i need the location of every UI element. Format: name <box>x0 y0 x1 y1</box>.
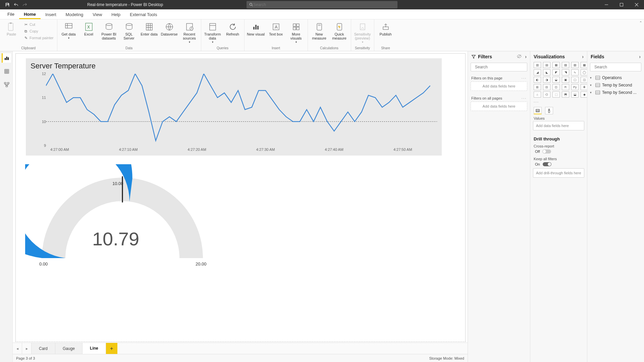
filters-page-dropzone[interactable]: Add data fields here <box>471 81 527 91</box>
viz-type-button[interactable]: ▨ <box>571 62 579 68</box>
viz-type-button[interactable]: ⬚ <box>552 92 560 98</box>
global-search[interactable] <box>247 1 397 8</box>
viz-type-button[interactable]: Py <box>571 84 579 90</box>
page-nav-next[interactable]: ▸ <box>22 343 32 354</box>
more-visuals-button[interactable]: More visuals▾ <box>287 21 306 44</box>
new-visual-button[interactable]: New visual <box>247 21 265 36</box>
menu-external-tools[interactable]: External Tools <box>125 10 162 18</box>
copy-button[interactable]: ⧉Copy <box>22 28 55 34</box>
line-chart-visual[interactable]: Server Temperature 9101112 4:27:00 AM4:2… <box>26 58 442 156</box>
ribbon-group-queries: Transform data▾ Refresh Queries <box>201 19 245 51</box>
filters-collapse-icon[interactable]: › <box>525 54 527 59</box>
viz-type-button[interactable]: ◑ <box>543 77 550 83</box>
viz-type-button[interactable]: ⌂ <box>534 92 541 98</box>
viz-type-button[interactable]: ▣ <box>562 77 569 83</box>
get-data-button[interactable]: Get data▾ <box>59 21 78 40</box>
page-tab-gauge[interactable]: Gauge <box>55 343 83 354</box>
window-maximize-button[interactable] <box>614 0 629 9</box>
menu-insert[interactable]: Insert <box>41 10 61 18</box>
menu-file[interactable]: File <box>3 10 19 19</box>
viz-type-button[interactable]: ◣ <box>543 69 550 75</box>
viz-more-icon[interactable]: ··· <box>530 100 587 106</box>
viz-type-button[interactable]: ▢ <box>571 77 579 83</box>
fields-title: Fields <box>591 54 604 59</box>
viz-type-button[interactable]: ⌬ <box>543 92 550 98</box>
viz-type-button[interactable]: ⊟ <box>543 84 550 90</box>
viz-type-button[interactable]: R <box>562 84 569 90</box>
keep-all-toggle[interactable] <box>543 162 551 166</box>
viz-tab-format[interactable] <box>545 107 553 114</box>
field-table[interactable]: ▾Temp by Second ... <box>587 89 644 96</box>
cross-report-toggle[interactable] <box>542 149 551 154</box>
new-measure-icon <box>314 21 325 32</box>
quick-measure-button[interactable]: Quick measure <box>330 21 349 40</box>
viz-type-button[interactable]: ▦ <box>552 62 560 68</box>
viz-tab-fields[interactable] <box>534 107 542 114</box>
gauge-visual[interactable]: 10.79 0.00 20.00 10.00 <box>25 164 206 278</box>
save-icon[interactable] <box>5 2 10 7</box>
page-nav-prev[interactable]: ◂ <box>13 343 22 354</box>
viz-type-button[interactable]: ◢ <box>534 69 541 75</box>
menu-modeling[interactable]: Modeling <box>61 10 88 18</box>
field-table[interactable]: ▾Temp by Second <box>587 81 644 89</box>
undo-icon[interactable] <box>13 2 19 7</box>
viz-type-button[interactable]: ⊞ <box>534 84 541 90</box>
global-search-input[interactable] <box>253 2 395 7</box>
excel-button[interactable]: XExcel <box>79 21 98 36</box>
ribbon-collapse-caret-icon[interactable]: ⌃ <box>639 21 642 24</box>
svg-rect-32 <box>5 58 6 60</box>
report-canvas[interactable]: Server Temperature 9101112 4:27:00 AM4:2… <box>15 53 466 342</box>
viz-type-button[interactable]: ▧ <box>562 62 569 68</box>
viz-type-button[interactable]: ◒ <box>552 77 560 83</box>
more-icon[interactable]: ··· <box>519 96 527 100</box>
page-tab-card[interactable]: Card <box>32 343 55 354</box>
refresh-button[interactable]: Refresh <box>223 21 242 36</box>
enter-data-button[interactable]: Enter data <box>140 21 159 36</box>
paste-button[interactable]: Paste <box>2 21 21 36</box>
data-view-button[interactable] <box>2 67 11 76</box>
recent-sources-button[interactable]: Recent sources▾ <box>180 21 199 44</box>
viz-values-dropzone[interactable]: Add data fields here <box>533 121 584 130</box>
viz-type-button[interactable]: ▥ <box>534 62 541 68</box>
menu-home[interactable]: Home <box>19 10 41 19</box>
fields-search-input[interactable] <box>594 65 644 69</box>
filters-search[interactable] <box>471 63 527 71</box>
viz-collapse-icon[interactable]: › <box>582 54 584 59</box>
format-painter-button[interactable]: ✎Format painter <box>22 35 55 41</box>
window-minimize-button[interactable] <box>599 0 614 9</box>
viz-type-button[interactable]: ◐ <box>534 77 541 83</box>
viz-type-button[interactable]: ◥ <box>562 69 569 75</box>
viz-type-button[interactable]: ⊡ <box>552 84 560 90</box>
fields-search[interactable] <box>590 63 641 71</box>
add-page-button[interactable]: + <box>106 343 117 354</box>
viz-type-button[interactable]: ∿ <box>571 69 579 75</box>
viz-type-button[interactable]: ⬓ <box>571 92 579 98</box>
filters-show-hide-icon[interactable] <box>517 54 522 59</box>
publish-button[interactable]: Publish <box>376 21 395 36</box>
report-view-button[interactable] <box>2 53 11 63</box>
model-view-button[interactable] <box>2 80 11 89</box>
viz-type-button[interactable]: ▤ <box>543 62 550 68</box>
filters-search-input[interactable] <box>475 65 525 69</box>
field-table[interactable]: ▾Operations <box>587 74 644 81</box>
viz-type-button[interactable]: ◤ <box>552 69 560 75</box>
menu-help[interactable]: Help <box>107 10 125 18</box>
pbi-datasets-button[interactable]: Power BI datasets <box>100 21 118 40</box>
page-tab-line[interactable]: Line <box>83 343 106 354</box>
redo-icon[interactable] <box>22 2 28 7</box>
dataverse-button[interactable]: Dataverse <box>160 21 179 36</box>
drill-through-dropzone[interactable]: Add drill-through fields here <box>533 168 584 178</box>
window-close-button[interactable] <box>629 0 644 9</box>
fields-collapse-icon[interactable]: › <box>639 54 641 59</box>
more-icon[interactable]: ··· <box>519 76 527 80</box>
transform-data-button[interactable]: Transform data▾ <box>203 21 222 44</box>
sql-server-button[interactable]: SQL Server <box>120 21 139 40</box>
text-box-button[interactable]: AText box <box>267 21 285 36</box>
cut-button[interactable]: ✂Cut <box>22 21 55 27</box>
viz-type-button[interactable]: ⬒ <box>562 92 569 98</box>
new-measure-button[interactable]: New measure <box>310 21 329 40</box>
menu-view[interactable]: View <box>88 10 107 18</box>
sensitivity-button[interactable]: Sensitivity (preview)▾ <box>353 21 372 44</box>
filters-all-dropzone[interactable]: Add data fields here <box>471 102 527 111</box>
chevron-down-icon: ▾ <box>590 83 593 87</box>
